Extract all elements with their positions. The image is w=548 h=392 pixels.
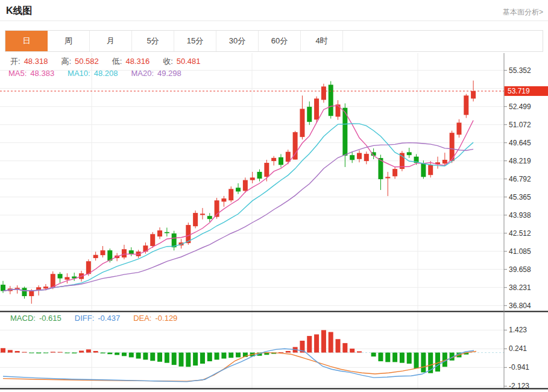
tab-day[interactable]: 日: [5, 31, 48, 51]
legend-item: MA20:49.298: [131, 69, 184, 78]
fundamental-analysis-link[interactable]: 基本面分析>: [503, 7, 543, 17]
tab-60分[interactable]: 60分: [259, 31, 301, 51]
interval-tab-bar: 日周月5分15分30分60分4时: [5, 30, 543, 52]
candles: [1, 81, 476, 304]
legend-item: DIFF:-0.437: [75, 314, 124, 323]
svg-text:48.219: 48.219: [509, 157, 531, 165]
tab-15分[interactable]: 15分: [174, 31, 216, 51]
header-divider: [0, 21, 548, 21]
svg-text:-2.123: -2.123: [509, 382, 529, 390]
svg-text:52.499: 52.499: [509, 103, 531, 111]
legend-item: DEA:-0.129: [133, 314, 181, 323]
svg-text:46.792: 46.792: [509, 175, 531, 183]
svg-text:-0.941: -0.941: [509, 363, 529, 371]
legend-item: 收:50.481: [163, 56, 204, 67]
legend-item: 高:50.582: [61, 56, 102, 67]
ma10-line: [3, 124, 473, 291]
svg-text:1.423: 1.423: [509, 326, 527, 334]
legend-item: 低:48.316: [112, 56, 153, 67]
kline-widget: K线图 基本面分析> 日周月5分15分30分60分4时 55.35252.499…: [0, 0, 548, 392]
svg-text:36.804: 36.804: [509, 302, 531, 310]
svg-text:55.352: 55.352: [509, 66, 531, 75]
vertical-gridlines: [92, 53, 418, 388]
tab-5分[interactable]: 5分: [132, 31, 174, 51]
macd-histogram: [1, 330, 468, 373]
page-title: K线图: [6, 5, 33, 17]
price-axis-labels: 55.35252.49951.07249.64548.21946.79245.3…: [504, 66, 531, 310]
svg-text:45.365: 45.365: [509, 193, 531, 201]
macd-axis-labels: 1.4230.241-0.941-2.123: [504, 326, 529, 390]
ma-legend: MA5:48.383MA10:48.208MA20:49.298: [8, 69, 195, 78]
legend-item: MACD:-0.615: [10, 314, 65, 323]
tab-月[interactable]: 月: [90, 31, 132, 51]
svg-text:49.645: 49.645: [509, 139, 531, 147]
ma5-line: [3, 106, 473, 291]
tab-4时[interactable]: 4时: [301, 31, 343, 51]
legend-item: 开:48.318: [10, 56, 51, 67]
current-price-badge: 53.719: [505, 86, 548, 96]
svg-text:43.938: 43.938: [509, 211, 531, 220]
ohlc-legend: 开:48.318高:50.582低:48.316收:50.481: [10, 56, 214, 67]
legend-item: MA5:48.383: [8, 69, 58, 78]
tab-bar-filler: [343, 31, 543, 51]
svg-text:53.719: 53.719: [508, 87, 530, 95]
svg-text:39.658: 39.658: [509, 265, 531, 274]
svg-text:38.231: 38.231: [509, 283, 531, 292]
macd-legend: MACD:-0.615DIFF:-0.437DEA:-0.129: [10, 314, 191, 323]
svg-text:42.512: 42.512: [509, 229, 531, 238]
svg-text:41.085: 41.085: [509, 247, 531, 256]
tab-30分[interactable]: 30分: [216, 31, 259, 51]
legend-item: MA10:48.208: [68, 69, 121, 78]
tab-周[interactable]: 周: [48, 31, 90, 51]
svg-text:51.072: 51.072: [509, 121, 531, 129]
svg-text:0.241: 0.241: [509, 344, 527, 353]
